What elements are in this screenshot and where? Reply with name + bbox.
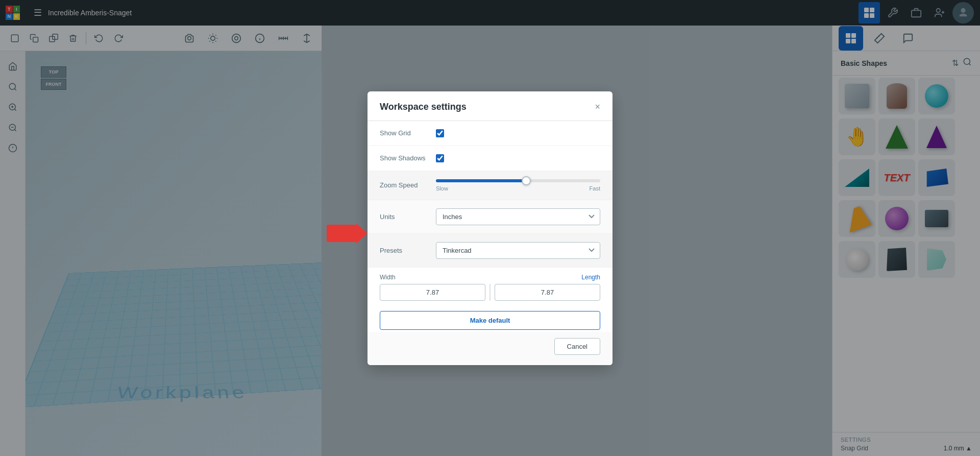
zoom-speed-slider[interactable]: Slow Fast	[436, 179, 600, 191]
dim-divider	[489, 284, 491, 301]
units-label: Units	[380, 213, 436, 221]
show-shadows-content	[436, 154, 600, 162]
zoom-speed-content: Slow Fast	[436, 179, 600, 191]
arrow-body	[327, 225, 356, 242]
units-arrow-indicator	[327, 225, 356, 242]
arrow-head	[356, 223, 368, 244]
length-input[interactable]	[495, 284, 600, 301]
presets-label: Presets	[380, 247, 436, 254]
dimensions-section: Width Length	[368, 268, 612, 307]
show-grid-label: Show Grid	[380, 129, 436, 137]
zoom-speed-label: Zoom Speed	[380, 181, 436, 189]
make-default-button[interactable]: Make default	[380, 311, 600, 330]
length-label: Length	[490, 274, 600, 281]
modal-close-button[interactable]: ×	[595, 102, 600, 111]
slider-labels: Slow Fast	[436, 185, 600, 191]
zoom-speed-section: Zoom Speed Slow Fast	[368, 171, 612, 200]
modal-title: Workspace settings	[380, 102, 467, 112]
units-select[interactable]: Inches Millimeters	[436, 208, 600, 225]
show-grid-section: Show Grid	[368, 121, 612, 146]
modal-overlay[interactable]: Workspace settings × Show Grid Show Shad…	[0, 0, 980, 456]
slider-slow-label: Slow	[436, 185, 448, 191]
dim-labels-row: Width Length	[380, 274, 600, 281]
modal-header: Workspace settings ×	[368, 91, 612, 121]
show-shadows-section: Show Shadows	[368, 146, 612, 171]
show-shadows-label: Show Shadows	[380, 154, 436, 162]
presets-section: Presets Tinkercad Custom	[368, 234, 612, 268]
workspace-settings-modal: Workspace settings × Show Grid Show Shad…	[368, 91, 612, 365]
slider-thumb[interactable]	[522, 176, 531, 185]
show-grid-checkbox[interactable]	[436, 129, 444, 137]
presets-select[interactable]: Tinkercad Custom	[436, 242, 600, 259]
width-input[interactable]	[380, 284, 485, 301]
slider-fast-label: Fast	[590, 185, 600, 191]
units-content: Inches Millimeters	[436, 208, 600, 225]
units-section: Units Inches Millimeters	[368, 200, 612, 234]
presets-content: Tinkercad Custom	[436, 242, 600, 259]
slider-fill	[436, 179, 526, 182]
dim-inputs-row	[380, 284, 600, 301]
cancel-button[interactable]: Cancel	[554, 338, 600, 355]
show-grid-content	[436, 129, 600, 137]
modal-body: Show Grid Show Shadows Zoom Speed	[368, 121, 612, 330]
show-shadows-checkbox[interactable]	[436, 154, 444, 162]
modal-footer: Cancel	[368, 332, 612, 365]
width-label: Width	[380, 274, 490, 281]
slider-track	[436, 179, 600, 182]
